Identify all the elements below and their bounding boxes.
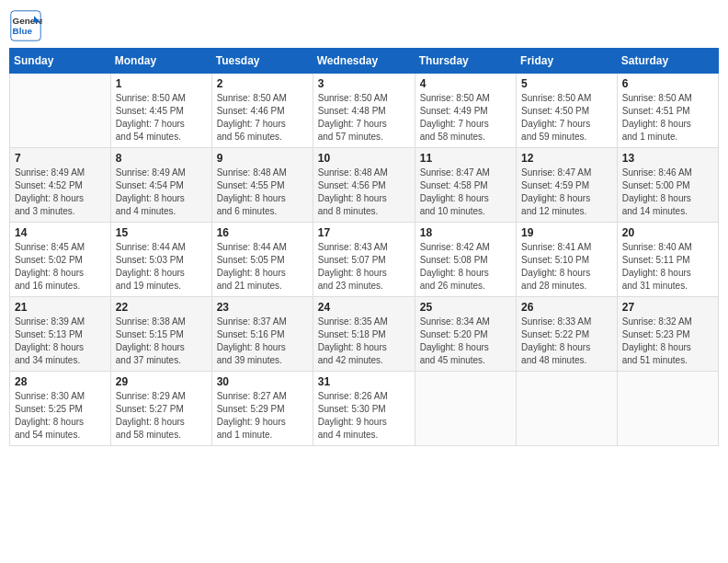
calendar-cell: 16Sunrise: 8:44 AMSunset: 5:05 PMDayligh…	[211, 223, 313, 297]
header-thursday: Thursday	[415, 49, 516, 74]
day-number: 3	[318, 77, 410, 90]
calendar-cell: 25Sunrise: 8:34 AMSunset: 5:20 PMDayligh…	[415, 297, 516, 372]
svg-text:Blue: Blue	[13, 26, 33, 36]
calendar-cell: 24Sunrise: 8:35 AMSunset: 5:18 PMDayligh…	[313, 297, 415, 372]
day-info: Sunrise: 8:48 AMSunset: 4:56 PMDaylight:…	[318, 167, 410, 218]
day-info: Sunrise: 8:34 AMSunset: 5:20 PMDaylight:…	[420, 316, 511, 367]
day-info: Sunrise: 8:49 AMSunset: 4:54 PMDaylight:…	[116, 167, 207, 218]
day-number: 10	[318, 152, 410, 165]
calendar-cell: 30Sunrise: 8:27 AMSunset: 5:29 PMDayligh…	[211, 372, 313, 446]
day-number: 4	[420, 77, 511, 90]
calendar-cell: 29Sunrise: 8:29 AMSunset: 5:27 PMDayligh…	[110, 372, 211, 446]
day-number: 27	[622, 301, 713, 314]
page-header: General Blue	[9, 9, 719, 42]
calendar-cell: 27Sunrise: 8:32 AMSunset: 5:23 PMDayligh…	[617, 297, 718, 372]
header-tuesday: Tuesday	[211, 49, 313, 74]
day-number: 5	[521, 77, 612, 90]
calendar-cell	[517, 372, 618, 446]
calendar-cell: 20Sunrise: 8:40 AMSunset: 5:11 PMDayligh…	[617, 223, 718, 297]
calendar-week-1: 7Sunrise: 8:49 AMSunset: 4:52 PMDaylight…	[10, 148, 719, 223]
header-monday: Monday	[110, 49, 211, 74]
day-info: Sunrise: 8:44 AMSunset: 5:05 PMDaylight:…	[217, 241, 308, 293]
calendar-cell: 19Sunrise: 8:41 AMSunset: 5:10 PMDayligh…	[517, 223, 618, 297]
day-number: 11	[420, 152, 511, 165]
day-number: 6	[622, 77, 713, 90]
calendar-week-0: 1Sunrise: 8:50 AMSunset: 4:45 PMDaylight…	[10, 74, 719, 148]
day-number: 31	[318, 375, 410, 388]
calendar-cell: 10Sunrise: 8:48 AMSunset: 4:56 PMDayligh…	[313, 148, 415, 223]
day-number: 15	[116, 226, 207, 239]
calendar-cell	[10, 74, 111, 148]
day-number: 1	[116, 77, 207, 90]
day-info: Sunrise: 8:39 AMSunset: 5:13 PMDaylight:…	[15, 316, 106, 367]
calendar-cell: 26Sunrise: 8:33 AMSunset: 5:22 PMDayligh…	[517, 297, 618, 372]
day-info: Sunrise: 8:32 AMSunset: 5:23 PMDaylight:…	[622, 316, 713, 367]
day-info: Sunrise: 8:30 AMSunset: 5:25 PMDaylight:…	[15, 390, 106, 442]
day-number: 16	[217, 226, 308, 239]
day-number: 2	[217, 77, 308, 90]
logo: General Blue	[9, 9, 46, 42]
day-number: 13	[622, 152, 713, 165]
calendar-cell: 4Sunrise: 8:50 AMSunset: 4:49 PMDaylight…	[415, 74, 516, 148]
calendar-cell: 31Sunrise: 8:26 AMSunset: 5:30 PMDayligh…	[313, 372, 415, 446]
calendar-header-row: SundayMondayTuesdayWednesdayThursdayFrid…	[10, 49, 719, 74]
day-number: 14	[15, 226, 106, 239]
calendar-week-4: 28Sunrise: 8:30 AMSunset: 5:25 PMDayligh…	[10, 372, 719, 446]
calendar-cell: 17Sunrise: 8:43 AMSunset: 5:07 PMDayligh…	[313, 223, 415, 297]
calendar-cell: 7Sunrise: 8:49 AMSunset: 4:52 PMDaylight…	[10, 148, 111, 223]
day-info: Sunrise: 8:33 AMSunset: 5:22 PMDaylight:…	[521, 316, 612, 367]
calendar-cell: 21Sunrise: 8:39 AMSunset: 5:13 PMDayligh…	[10, 297, 111, 372]
calendar-cell	[415, 372, 516, 446]
calendar-cell: 11Sunrise: 8:47 AMSunset: 4:58 PMDayligh…	[415, 148, 516, 223]
day-number: 22	[116, 301, 207, 314]
day-number: 7	[15, 152, 106, 165]
calendar-week-2: 14Sunrise: 8:45 AMSunset: 5:02 PMDayligh…	[10, 223, 719, 297]
day-number: 28	[15, 375, 106, 388]
day-info: Sunrise: 8:41 AMSunset: 5:10 PMDaylight:…	[521, 241, 612, 293]
calendar-week-3: 21Sunrise: 8:39 AMSunset: 5:13 PMDayligh…	[10, 297, 719, 372]
day-info: Sunrise: 8:43 AMSunset: 5:07 PMDaylight:…	[318, 241, 410, 293]
calendar-cell: 14Sunrise: 8:45 AMSunset: 5:02 PMDayligh…	[10, 223, 111, 297]
header-friday: Friday	[517, 49, 618, 74]
calendar-cell: 15Sunrise: 8:44 AMSunset: 5:03 PMDayligh…	[110, 223, 211, 297]
calendar-cell: 18Sunrise: 8:42 AMSunset: 5:08 PMDayligh…	[415, 223, 516, 297]
day-info: Sunrise: 8:50 AMSunset: 4:51 PMDaylight:…	[622, 92, 713, 144]
day-info: Sunrise: 8:50 AMSunset: 4:45 PMDaylight:…	[116, 92, 207, 144]
header-saturday: Saturday	[617, 49, 718, 74]
day-number: 19	[521, 226, 612, 239]
calendar-table: SundayMondayTuesdayWednesdayThursdayFrid…	[9, 48, 719, 446]
calendar-cell: 28Sunrise: 8:30 AMSunset: 5:25 PMDayligh…	[10, 372, 111, 446]
day-number: 9	[217, 152, 308, 165]
calendar-cell: 13Sunrise: 8:46 AMSunset: 5:00 PMDayligh…	[617, 148, 718, 223]
calendar-cell: 8Sunrise: 8:49 AMSunset: 4:54 PMDaylight…	[110, 148, 211, 223]
calendar-cell: 2Sunrise: 8:50 AMSunset: 4:46 PMDaylight…	[211, 74, 313, 148]
day-info: Sunrise: 8:29 AMSunset: 5:27 PMDaylight:…	[116, 390, 207, 442]
day-info: Sunrise: 8:26 AMSunset: 5:30 PMDaylight:…	[318, 390, 410, 442]
day-info: Sunrise: 8:50 AMSunset: 4:46 PMDaylight:…	[217, 92, 308, 144]
header-sunday: Sunday	[10, 49, 111, 74]
calendar-cell: 5Sunrise: 8:50 AMSunset: 4:50 PMDaylight…	[517, 74, 618, 148]
day-info: Sunrise: 8:48 AMSunset: 4:55 PMDaylight:…	[217, 167, 308, 218]
day-info: Sunrise: 8:38 AMSunset: 5:15 PMDaylight:…	[116, 316, 207, 367]
day-info: Sunrise: 8:50 AMSunset: 4:48 PMDaylight:…	[318, 92, 410, 144]
day-number: 18	[420, 226, 511, 239]
day-info: Sunrise: 8:49 AMSunset: 4:52 PMDaylight:…	[15, 167, 106, 218]
calendar-cell: 3Sunrise: 8:50 AMSunset: 4:48 PMDaylight…	[313, 74, 415, 148]
day-number: 20	[622, 226, 713, 239]
day-info: Sunrise: 8:37 AMSunset: 5:16 PMDaylight:…	[217, 316, 308, 367]
day-info: Sunrise: 8:35 AMSunset: 5:18 PMDaylight:…	[318, 316, 410, 367]
day-number: 8	[116, 152, 207, 165]
day-number: 29	[116, 375, 207, 388]
day-number: 30	[217, 375, 308, 388]
day-info: Sunrise: 8:47 AMSunset: 4:58 PMDaylight:…	[420, 167, 511, 218]
day-info: Sunrise: 8:27 AMSunset: 5:29 PMDaylight:…	[217, 390, 308, 442]
day-number: 12	[521, 152, 612, 165]
day-info: Sunrise: 8:50 AMSunset: 4:50 PMDaylight:…	[521, 92, 612, 144]
day-info: Sunrise: 8:40 AMSunset: 5:11 PMDaylight:…	[622, 241, 713, 293]
calendar-cell: 23Sunrise: 8:37 AMSunset: 5:16 PMDayligh…	[211, 297, 313, 372]
day-number: 17	[318, 226, 410, 239]
header-wednesday: Wednesday	[313, 49, 415, 74]
calendar-cell: 9Sunrise: 8:48 AMSunset: 4:55 PMDaylight…	[211, 148, 313, 223]
day-info: Sunrise: 8:45 AMSunset: 5:02 PMDaylight:…	[15, 241, 106, 293]
day-number: 21	[15, 301, 106, 314]
